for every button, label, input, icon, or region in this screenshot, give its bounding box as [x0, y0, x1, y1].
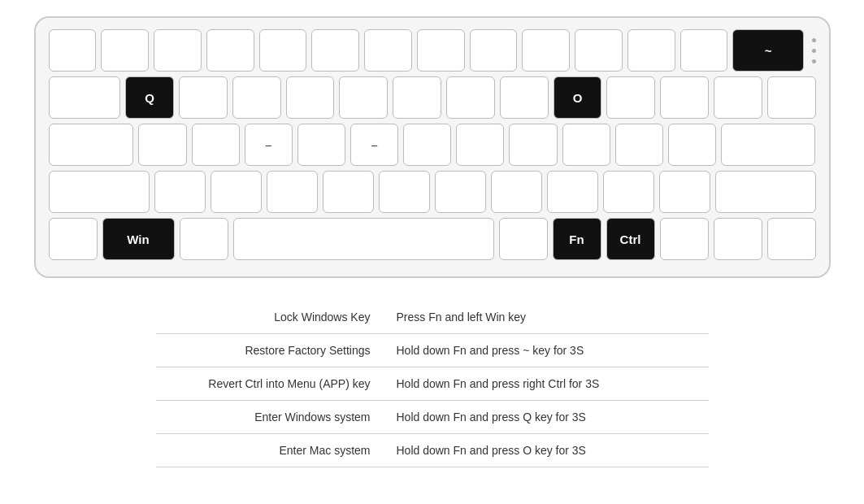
table-row-1: Lock Windows Key Press Fn and left Win k… — [156, 301, 709, 334]
key-r3-5[interactable] — [297, 124, 345, 166]
description-3: Hold down Fn and press right Ctrl for 3S — [384, 367, 709, 401]
key-r2-13[interactable] — [714, 76, 762, 119]
key-r4-10[interactable] — [603, 171, 654, 213]
keyboard-row-1: ~ — [49, 29, 816, 72]
key-r4-5[interactable] — [323, 171, 374, 213]
dot-1 — [812, 38, 816, 42]
key-r1-8[interactable] — [417, 29, 465, 72]
action-3: Revert Ctrl into Menu (APP) key — [156, 367, 384, 401]
description-4: Hold down Fn and press Q key for 3S — [384, 401, 709, 434]
key-r4-8[interactable] — [491, 171, 542, 213]
key-rshift[interactable] — [715, 171, 816, 213]
key-r3-10[interactable] — [562, 124, 610, 166]
key-r3-9[interactable] — [509, 124, 557, 166]
key-r2-9[interactable] — [500, 76, 549, 119]
table-row-3: Revert Ctrl into Menu (APP) key Hold dow… — [156, 367, 709, 401]
key-down[interactable] — [714, 218, 762, 260]
key-enter[interactable] — [721, 124, 815, 166]
key-ralt[interactable] — [499, 218, 548, 260]
key-r2-12[interactable] — [660, 76, 709, 119]
action-5: Enter Mac system — [156, 434, 384, 467]
key-r1-4[interactable] — [206, 29, 254, 72]
action-2: Restore Factory Settings — [156, 334, 384, 367]
key-r4-7[interactable] — [435, 171, 486, 213]
key-r4-2[interactable] — [154, 171, 206, 213]
key-q[interactable]: Q — [125, 76, 174, 119]
key-r2-5[interactable] — [286, 76, 335, 119]
key-r1-6[interactable] — [311, 29, 359, 72]
key-r1-3[interactable] — [154, 29, 202, 72]
key-o[interactable]: O — [554, 76, 602, 119]
description-2: Hold down Fn and press ~ key for 3S — [384, 334, 709, 367]
key-r1-5[interactable] — [259, 29, 307, 72]
key-r4-6[interactable] — [379, 171, 430, 213]
table-row-2: Restore Factory Settings Hold down Fn an… — [156, 334, 709, 367]
key-r2-4[interactable] — [232, 76, 281, 119]
key-r4-3[interactable] — [211, 171, 262, 213]
key-r2-3[interactable] — [179, 76, 228, 119]
action-1: Lock Windows Key — [156, 301, 384, 334]
side-dots — [812, 30, 816, 72]
key-r1-10[interactable] — [522, 29, 570, 72]
key-r3-8[interactable] — [456, 124, 504, 166]
key-r3-6[interactable]: – — [350, 124, 398, 166]
key-r1-12[interactable] — [627, 29, 675, 72]
key-r2-8[interactable] — [446, 76, 495, 119]
key-r3-12[interactable] — [668, 124, 716, 166]
key-lshift[interactable] — [49, 171, 150, 213]
key-r3-2[interactable] — [138, 124, 186, 166]
key-r1-11[interactable] — [575, 29, 623, 72]
key-r1-9[interactable] — [470, 29, 518, 72]
key-r3-11[interactable] — [615, 124, 663, 166]
key-r1-2[interactable] — [101, 29, 149, 72]
key-win[interactable]: Win — [102, 218, 175, 260]
action-4: Enter Windows system — [156, 401, 384, 434]
key-rctrl[interactable]: Ctrl — [606, 218, 655, 260]
key-tilde[interactable]: ~ — [732, 29, 803, 72]
key-r2-11[interactable] — [606, 76, 655, 119]
key-r2-tab[interactable] — [49, 76, 121, 119]
key-r4-11[interactable] — [659, 171, 710, 213]
key-r3-4[interactable]: – — [245, 124, 293, 166]
key-r3-3[interactable] — [192, 124, 240, 166]
table-row-5: Enter Mac system Hold down Fn and press … — [156, 434, 709, 467]
key-r1-7[interactable] — [364, 29, 412, 72]
keyboard: ~ Q O – – — [34, 16, 831, 278]
dot-3 — [812, 59, 816, 63]
description-5: Hold down Fn and press O key for 3S — [384, 434, 709, 467]
key-r1-1[interactable] — [49, 29, 97, 72]
key-r3-7[interactable] — [403, 124, 451, 166]
table-row-4: Enter Windows system Hold down Fn and pr… — [156, 401, 709, 434]
key-left[interactable] — [660, 218, 709, 260]
keyboard-row-2: Q O — [49, 76, 816, 119]
key-lalt[interactable] — [180, 218, 228, 260]
key-space[interactable] — [233, 218, 494, 260]
key-r2-7[interactable] — [393, 76, 441, 119]
key-r4-4[interactable] — [267, 171, 318, 213]
key-r4-9[interactable] — [547, 171, 598, 213]
key-right[interactable] — [767, 218, 816, 260]
keyboard-row-5: Win Fn Ctrl — [49, 218, 816, 260]
key-r2-6[interactable] — [339, 76, 388, 119]
key-r1-13[interactable] — [680, 29, 728, 72]
key-r2-14[interactable] — [767, 76, 816, 119]
key-caps[interactable] — [49, 124, 134, 166]
keyboard-row-4 — [49, 171, 816, 213]
info-table: Lock Windows Key Press Fn and left Win k… — [156, 301, 709, 467]
dot-2 — [812, 49, 816, 53]
keyboard-row-3: – – — [49, 124, 816, 166]
description-1: Press Fn and left Win key — [384, 301, 709, 334]
key-lctrl[interactable] — [49, 218, 98, 260]
key-fn[interactable]: Fn — [553, 218, 601, 260]
